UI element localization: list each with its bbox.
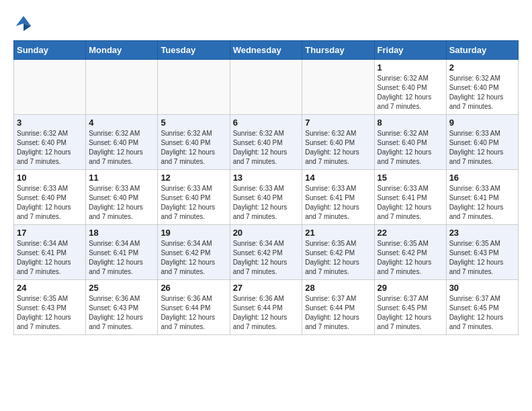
calendar-cell: 23Sunrise: 6:35 AM Sunset: 6:43 PM Dayli…: [446, 225, 518, 280]
day-number: 4: [89, 118, 154, 128]
day-info: Sunrise: 6:34 AM Sunset: 6:42 PM Dayligh…: [161, 239, 226, 277]
calendar-cell: 19Sunrise: 6:34 AM Sunset: 6:42 PM Dayli…: [158, 225, 230, 280]
calendar-cell: 1Sunrise: 6:32 AM Sunset: 6:40 PM Daylig…: [374, 60, 446, 115]
logo: [13, 13, 36, 34]
day-info: Sunrise: 6:33 AM Sunset: 6:41 PM Dayligh…: [449, 184, 515, 222]
day-info: Sunrise: 6:32 AM Sunset: 6:40 PM Dayligh…: [161, 129, 226, 167]
calendar-cell: 17Sunrise: 6:34 AM Sunset: 6:41 PM Dayli…: [14, 225, 86, 280]
day-info: Sunrise: 6:36 AM Sunset: 6:44 PM Dayligh…: [233, 294, 300, 332]
day-info: Sunrise: 6:32 AM Sunset: 6:40 PM Dayligh…: [305, 129, 371, 167]
calendar-cell: 11Sunrise: 6:33 AM Sunset: 6:40 PM Dayli…: [86, 170, 158, 225]
day-number: 2: [449, 62, 515, 73]
day-number: 28: [305, 283, 371, 293]
calendar-cell: 12Sunrise: 6:33 AM Sunset: 6:40 PM Dayli…: [158, 170, 230, 225]
day-info: Sunrise: 6:32 AM Sunset: 6:40 PM Dayligh…: [378, 129, 443, 167]
day-info: Sunrise: 6:34 AM Sunset: 6:42 PM Dayligh…: [233, 239, 300, 277]
day-info: Sunrise: 6:32 AM Sunset: 6:40 PM Dayligh…: [89, 129, 154, 167]
weekday-header-friday: Friday: [374, 41, 446, 60]
weekday-header-monday: Monday: [86, 41, 158, 60]
calendar-cell: 27Sunrise: 6:36 AM Sunset: 6:44 PM Dayli…: [230, 280, 302, 335]
day-number: 21: [305, 228, 371, 238]
calendar-cell: [158, 60, 230, 115]
calendar-cell: [302, 60, 374, 115]
calendar-cell: 3Sunrise: 6:32 AM Sunset: 6:40 PM Daylig…: [14, 115, 86, 170]
day-info: Sunrise: 6:33 AM Sunset: 6:40 PM Dayligh…: [89, 184, 154, 222]
calendar-cell: 9Sunrise: 6:33 AM Sunset: 6:40 PM Daylig…: [446, 115, 518, 170]
day-info: Sunrise: 6:35 AM Sunset: 6:43 PM Dayligh…: [17, 294, 83, 332]
calendar-cell: [86, 60, 158, 115]
day-info: Sunrise: 6:32 AM Sunset: 6:40 PM Dayligh…: [17, 129, 83, 167]
day-info: Sunrise: 6:37 AM Sunset: 6:45 PM Dayligh…: [449, 294, 515, 332]
day-info: Sunrise: 6:32 AM Sunset: 6:40 PM Dayligh…: [449, 74, 515, 111]
day-number: 9: [449, 118, 515, 128]
calendar-cell: [14, 60, 86, 115]
day-number: 3: [17, 118, 83, 128]
day-info: Sunrise: 6:33 AM Sunset: 6:40 PM Dayligh…: [17, 184, 83, 222]
day-info: Sunrise: 6:32 AM Sunset: 6:40 PM Dayligh…: [233, 129, 300, 167]
calendar-cell: 2Sunrise: 6:32 AM Sunset: 6:40 PM Daylig…: [446, 60, 518, 115]
calendar-cell: 24Sunrise: 6:35 AM Sunset: 6:43 PM Dayli…: [14, 280, 86, 335]
day-number: 7: [305, 118, 371, 128]
day-info: Sunrise: 6:36 AM Sunset: 6:44 PM Dayligh…: [161, 294, 226, 332]
day-info: Sunrise: 6:33 AM Sunset: 6:40 PM Dayligh…: [233, 184, 300, 222]
weekday-header-sunday: Sunday: [14, 41, 86, 60]
day-info: Sunrise: 6:32 AM Sunset: 6:40 PM Dayligh…: [378, 74, 443, 111]
day-number: 8: [378, 118, 443, 128]
calendar-cell: 13Sunrise: 6:33 AM Sunset: 6:40 PM Dayli…: [230, 170, 302, 225]
day-info: Sunrise: 6:35 AM Sunset: 6:42 PM Dayligh…: [378, 239, 443, 277]
calendar-cell: [230, 60, 302, 115]
day-number: 13: [233, 173, 300, 183]
day-number: 25: [89, 283, 154, 293]
day-info: Sunrise: 6:34 AM Sunset: 6:41 PM Dayligh…: [17, 239, 83, 277]
weekday-header-saturday: Saturday: [446, 41, 518, 60]
day-number: 17: [17, 228, 83, 238]
day-number: 29: [378, 283, 443, 293]
day-number: 6: [233, 118, 300, 128]
day-number: 1: [378, 62, 443, 73]
day-info: Sunrise: 6:35 AM Sunset: 6:42 PM Dayligh…: [305, 239, 371, 277]
calendar-cell: 14Sunrise: 6:33 AM Sunset: 6:41 PM Dayli…: [302, 170, 374, 225]
calendar-cell: 6Sunrise: 6:32 AM Sunset: 6:40 PM Daylig…: [230, 115, 302, 170]
calendar-cell: 25Sunrise: 6:36 AM Sunset: 6:43 PM Dayli…: [86, 280, 158, 335]
day-number: 5: [161, 118, 226, 128]
day-info: Sunrise: 6:36 AM Sunset: 6:43 PM Dayligh…: [89, 294, 154, 332]
calendar-cell: 22Sunrise: 6:35 AM Sunset: 6:42 PM Dayli…: [374, 225, 446, 280]
calendar-cell: 5Sunrise: 6:32 AM Sunset: 6:40 PM Daylig…: [158, 115, 230, 170]
day-number: 23: [449, 228, 515, 238]
day-number: 24: [17, 283, 83, 293]
day-number: 10: [17, 173, 83, 183]
day-number: 14: [305, 173, 371, 183]
day-info: Sunrise: 6:33 AM Sunset: 6:40 PM Dayligh…: [161, 184, 226, 222]
day-info: Sunrise: 6:37 AM Sunset: 6:45 PM Dayligh…: [378, 294, 443, 332]
logo-icon: [13, 13, 34, 34]
calendar-cell: 28Sunrise: 6:37 AM Sunset: 6:44 PM Dayli…: [302, 280, 374, 335]
page-header: [13, 13, 519, 34]
weekday-header-wednesday: Wednesday: [230, 41, 302, 60]
calendar-table: SundayMondayTuesdayWednesdayThursdayFrid…: [13, 40, 519, 335]
day-number: 15: [378, 173, 443, 183]
calendar-cell: 18Sunrise: 6:34 AM Sunset: 6:41 PM Dayli…: [86, 225, 158, 280]
day-info: Sunrise: 6:35 AM Sunset: 6:43 PM Dayligh…: [449, 239, 515, 277]
day-number: 20: [233, 228, 300, 238]
day-number: 26: [161, 283, 226, 293]
day-info: Sunrise: 6:33 AM Sunset: 6:41 PM Dayligh…: [305, 184, 371, 222]
calendar-cell: 10Sunrise: 6:33 AM Sunset: 6:40 PM Dayli…: [14, 170, 86, 225]
calendar-cell: 21Sunrise: 6:35 AM Sunset: 6:42 PM Dayli…: [302, 225, 374, 280]
day-number: 16: [449, 173, 515, 183]
calendar-cell: 26Sunrise: 6:36 AM Sunset: 6:44 PM Dayli…: [158, 280, 230, 335]
day-number: 12: [161, 173, 226, 183]
calendar-cell: 16Sunrise: 6:33 AM Sunset: 6:41 PM Dayli…: [446, 170, 518, 225]
day-number: 27: [233, 283, 300, 293]
day-info: Sunrise: 6:33 AM Sunset: 6:41 PM Dayligh…: [378, 184, 443, 222]
day-number: 30: [449, 283, 515, 293]
weekday-header-tuesday: Tuesday: [158, 41, 230, 60]
calendar-cell: 20Sunrise: 6:34 AM Sunset: 6:42 PM Dayli…: [230, 225, 302, 280]
day-info: Sunrise: 6:37 AM Sunset: 6:44 PM Dayligh…: [305, 294, 371, 332]
calendar-cell: 15Sunrise: 6:33 AM Sunset: 6:41 PM Dayli…: [374, 170, 446, 225]
day-number: 19: [161, 228, 226, 238]
day-number: 22: [378, 228, 443, 238]
day-number: 18: [89, 228, 154, 238]
day-number: 11: [89, 173, 154, 183]
calendar-cell: 8Sunrise: 6:32 AM Sunset: 6:40 PM Daylig…: [374, 115, 446, 170]
calendar-cell: 4Sunrise: 6:32 AM Sunset: 6:40 PM Daylig…: [86, 115, 158, 170]
